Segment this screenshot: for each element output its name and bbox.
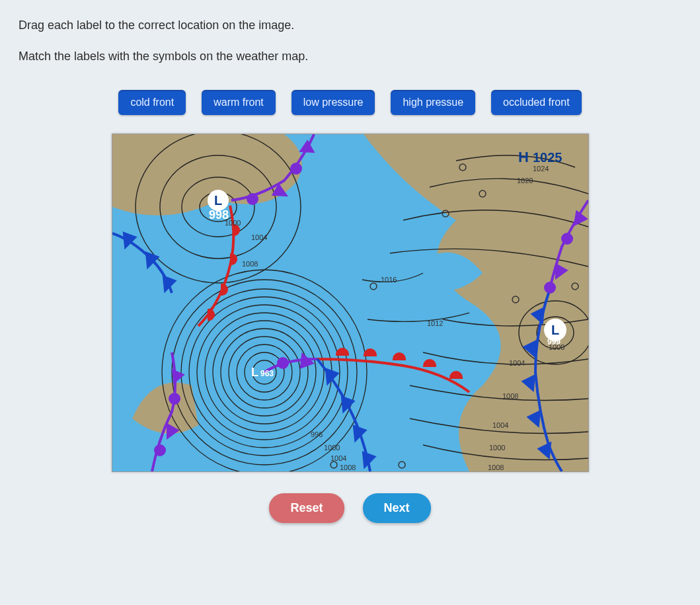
- label-occluded-front[interactable]: occluded front: [491, 90, 582, 115]
- iso-1008: 1008: [242, 260, 258, 268]
- label-high-pressure[interactable]: high pressue: [391, 90, 475, 115]
- iso-1012: 1012: [427, 319, 443, 327]
- weather-map-svg: L 998 L 963 L 999 H 1025 1008 1004 1000 …: [112, 134, 588, 471]
- next-button[interactable]: Next: [363, 493, 431, 523]
- svg-point-30: [563, 234, 572, 243]
- sub-instruction-text: Match the labels with the symbols on the…: [19, 50, 684, 63]
- low-marker-2: L: [251, 366, 258, 379]
- high-marker: H: [518, 149, 529, 165]
- exercise-page: Drag each label to the correct location …: [0, 0, 700, 605]
- reset-button[interactable]: Reset: [269, 493, 344, 523]
- button-row: Reset Next: [16, 493, 684, 523]
- weather-map[interactable]: L 998 L 963 L 999 H 1025 1008 1004 1000 …: [112, 134, 589, 472]
- svg-point-25: [155, 446, 165, 455]
- instruction-text: Drag each label to the correct location …: [19, 19, 684, 32]
- svg-point-32: [545, 283, 555, 292]
- low-marker-1: L: [214, 193, 222, 208]
- iso-1004e: 1004: [331, 454, 346, 462]
- iso-1008e: 1008: [340, 464, 356, 471]
- iso-1008f: 1008: [488, 464, 504, 471]
- iso-1000e: 1000: [324, 444, 340, 452]
- iso-1020: 1020: [517, 177, 533, 184]
- low-value-2: 963: [260, 369, 274, 378]
- draggable-label-row: cold front warm front low pressure high …: [16, 90, 684, 115]
- svg-point-20: [292, 164, 301, 173]
- iso-1000: 1000: [225, 219, 241, 227]
- low-marker-3: L: [551, 323, 559, 337]
- iso-1008b: 1008: [502, 392, 518, 400]
- label-low-pressure[interactable]: low pressure: [292, 90, 375, 115]
- svg-point-23: [278, 358, 288, 368]
- svg-point-22: [248, 194, 257, 204]
- iso-1024: 1024: [533, 165, 549, 173]
- iso-1016: 1016: [381, 276, 397, 284]
- iso-996: 996: [311, 430, 323, 438]
- svg-point-27: [170, 394, 179, 403]
- high-value: 1025: [533, 150, 563, 165]
- label-cold-front[interactable]: cold front: [118, 90, 186, 115]
- label-warm-front[interactable]: warm front: [202, 90, 276, 115]
- iso-1004: 1004: [251, 233, 267, 241]
- iso-1000c: 1000: [489, 444, 505, 452]
- iso-1000d: 1000: [549, 343, 564, 351]
- iso-1004b: 1004: [509, 359, 525, 367]
- iso-1004c: 1004: [492, 421, 508, 429]
